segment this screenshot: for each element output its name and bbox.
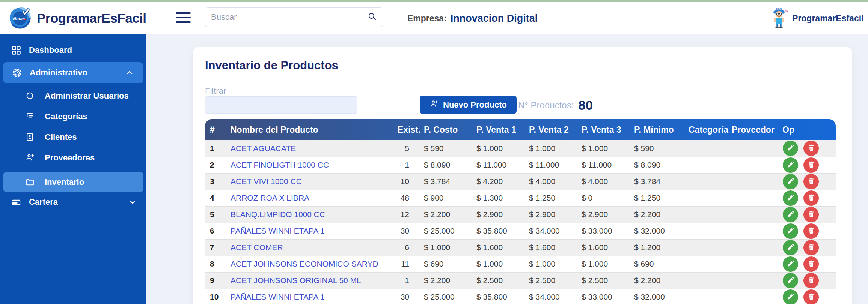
delete-button[interactable] [803,289,819,304]
minimo-cell: $ 3.784 [629,173,684,190]
new-product-button[interactable]: Nuevo Producto [420,96,517,114]
exist-cell: 12 [393,206,419,223]
col-header-proveedor: Proveedor [727,119,778,140]
categoria-cell [684,239,727,256]
sidebar-item-dashboard[interactable]: Dashboard [0,40,146,60]
trash-icon [807,160,815,170]
edit-button[interactable] [783,256,798,272]
proveedor-cell [727,223,778,239]
venta3-cell: $ 0 [577,190,629,206]
product-link[interactable]: BLANQ.LIMPIDO 1000 CC [231,210,325,219]
col-header-op: Op [778,119,836,140]
pencil-icon [787,276,795,285]
edit-button[interactable] [783,240,798,255]
pencil-icon [787,226,795,236]
edit-button[interactable] [783,157,798,173]
venta3-cell: $ 1.000 [577,256,629,272]
search-icon[interactable] [367,12,377,23]
proveedor-cell [727,239,778,256]
exist-cell: 11 [393,256,419,272]
product-name-cell: ACET JOHNSONS ECONOMICO SARYD [226,256,393,272]
venta3-cell: $ 4.000 [577,173,629,190]
sidebar-item-administrativo[interactable]: Administrativo [3,62,143,83]
sidebar-item-categorias[interactable]: Categorías [0,106,146,127]
sidebar: Dashboard Administrativo Administrar Usu… [0,34,146,304]
edit-button[interactable] [783,174,798,189]
delete-button[interactable] [803,273,819,288]
gear-icon [12,68,22,78]
brand-link[interactable]: Notas. ProgramarEsFacil [8,6,146,31]
delete-button[interactable] [803,223,819,239]
inventory-table: # Nombre del Producto Exist. P. Costo P.… [205,119,836,304]
delete-button[interactable] [803,190,819,206]
row-number: 8 [205,256,226,272]
minimo-cell: $ 590 [629,140,684,157]
venta1-cell: $ 35.800 [472,289,524,304]
user-name: ProgramarEsfacil [792,13,863,24]
costo-cell: $ 690 [419,256,472,272]
product-link[interactable]: ACET FINOLIGTH 1000 CC [231,160,329,169]
product-link[interactable]: ACET AGUACATE [231,144,296,153]
svg-text:Notas.: Notas. [13,16,26,21]
edit-button[interactable] [783,223,798,239]
delete-button[interactable] [803,174,819,189]
minimo-cell: $ 32.000 [629,289,684,304]
venta1-cell: $ 2.500 [472,272,524,289]
inventory-card: Inventario de Productos Filtrar Nuevo Pr… [193,47,852,304]
op-cell [778,239,836,256]
new-product-label: Nuevo Producto [443,100,507,110]
sidebar-item-proveedores[interactable]: Proveedores [0,147,146,168]
edit-button[interactable] [783,273,798,288]
table-row: 2 ACET FINOLIGTH 1000 CC 1 $ 8.090 $ 11.… [205,157,836,173]
edit-button[interactable] [783,141,798,156]
product-link[interactable]: ACET JOHNSONS ECONOMICO SARYD [231,259,378,268]
costo-cell: $ 8.090 [419,157,472,173]
venta3-cell: $ 33.000 [577,289,629,304]
costo-cell: $ 900 [419,190,472,206]
trash-icon [807,144,815,153]
proveedor-cell [727,289,778,304]
sidebar-item-cartera[interactable]: Cartera [0,192,146,212]
categoria-cell [684,223,727,239]
delete-button[interactable] [803,240,819,255]
venta3-cell: $ 1.000 [577,140,629,157]
pencil-icon [787,243,795,252]
op-cell [778,289,836,304]
filter-input[interactable] [205,96,357,114]
user-plus-icon [429,99,439,111]
product-link[interactable]: PAÑALES WINNI ETAPA 1 [231,226,325,235]
delete-button[interactable] [803,207,819,222]
minimo-cell: $ 32.000 [629,223,684,239]
edit-button[interactable] [783,190,798,206]
proveedor-cell [727,190,778,206]
edit-button[interactable] [783,207,798,222]
delete-button[interactable] [803,157,819,173]
pencil-icon [787,193,795,203]
product-link[interactable]: PAÑALES WINNI ETAPA 1 [231,292,325,301]
venta2-cell: $ 1.000 [524,140,577,157]
costo-cell: $ 2.200 [419,206,472,223]
table-row: 5 BLANQ.LIMPIDO 1000 CC 12 $ 2.200 $ 2.9… [205,206,836,223]
edit-button[interactable] [783,289,798,304]
user-menu[interactable]: gram Fácil ProgramarEsfacil [770,2,868,34]
venta3-cell: $ 2.500 [577,272,629,289]
row-number: 2 [205,157,226,173]
menu-toggle-button[interactable] [176,10,191,25]
search-input[interactable] [211,12,367,22]
grid-icon [11,45,21,55]
exist-cell: 30 [393,289,419,304]
sidebar-item-clientes[interactable]: Clientes [0,127,146,147]
product-link[interactable]: ACET JOHNSONS ORIGINAL 50 ML [231,276,361,285]
sidebar-item-inventario[interactable]: Inventario [3,172,143,192]
product-link[interactable]: ARROZ ROA X LIBRA [231,193,309,202]
categoria-cell [684,256,727,272]
sidebar-item-label: Proveedores [45,153,146,163]
trash-icon [807,243,815,252]
venta1-cell: $ 2.900 [472,206,524,223]
delete-button[interactable] [803,141,819,156]
sidebar-item-administrar-usuarios[interactable]: Administrar Usuarios [0,85,146,106]
costo-cell: $ 1.000 [419,239,472,256]
product-link[interactable]: ACET VIVI 1000 CC [231,177,302,186]
product-link[interactable]: ACET COMER [231,243,283,252]
delete-button[interactable] [803,256,819,272]
